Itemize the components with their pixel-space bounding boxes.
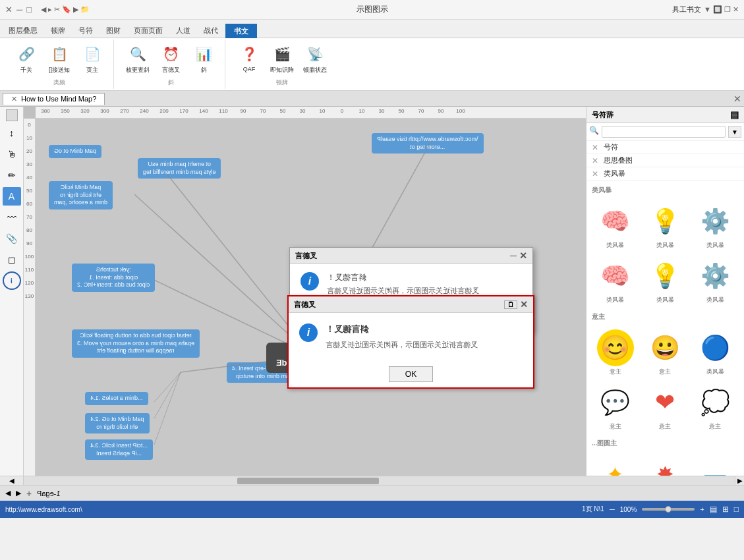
dialog-bg-titlebar: 言德叉 ─ ✕ xyxy=(290,248,532,264)
tab-pause[interactable]: 顿牌 xyxy=(45,23,71,38)
tab-person[interactable]: 人道 xyxy=(170,23,196,38)
page-nav-right[interactable]: ▶ xyxy=(16,489,21,497)
node-gotomindmap[interactable]: Go to Mind Map xyxy=(49,145,101,158)
clipart-happy[interactable]: 😊 意主 xyxy=(592,327,639,379)
btn-jiesongzhi[interactable]: 📋 []接送知 xyxy=(43,42,75,76)
scroll-corner[interactable] xyxy=(6,109,18,121)
view-normal-btn[interactable]: ▤ xyxy=(710,505,717,514)
panel-row-mindmap[interactable]: ✕ 思思叠图 xyxy=(587,154,744,167)
search-options-btn[interactable]: ▼ xyxy=(728,126,741,138)
max-btn[interactable]: □ xyxy=(26,5,32,14)
clipart-heart[interactable]: ❤ 意主 xyxy=(642,381,689,434)
node-4-2[interactable]: 4.2. Go to Mind Mapor right click the xyxy=(85,413,150,434)
view-full-btn[interactable]: □ xyxy=(734,505,739,514)
zoom-in-btn[interactable]: + xyxy=(700,505,704,513)
dialog-bg-minimize[interactable]: ─ xyxy=(510,250,517,261)
doc-tab-bar: ✕ How to Use Mind Map? ✕ xyxy=(0,91,744,107)
min-btn[interactable]: ─ xyxy=(16,5,22,14)
sidebar-arrow[interactable]: ↕ xyxy=(3,124,21,142)
panel-options-icon[interactable]: ▤ xyxy=(730,109,739,120)
dialog-bg-close[interactable]: ✕ xyxy=(519,250,527,261)
tab-booktext[interactable]: 书文 xyxy=(225,24,257,38)
dialog-front-ok[interactable]: OK xyxy=(389,366,433,382)
clipart-grid-3: ✦ ...图圆主 ✸ ...图圆蹄 ▬ ...图圆主 💥 ...林框德S ★ xyxy=(589,451,741,476)
clipart-bubble-label: 意主 xyxy=(610,422,621,431)
page-add-btn[interactable]: + xyxy=(26,488,32,499)
ribbon-group-freq: 🔗 千关 📋 []接送知 📄 页主 类频 xyxy=(5,40,114,89)
tab-gen[interactable]: 战代 xyxy=(198,23,224,38)
page-nav-bar: ◀ ▶ + Page-1 xyxy=(0,485,744,501)
close-btn[interactable]: ✕ xyxy=(5,5,13,14)
clipart-gear-1[interactable]: ⚙️ 类风暴 xyxy=(691,200,739,252)
sidebar-shape[interactable]: ◻ xyxy=(3,250,21,269)
tab-finance[interactable]: 图财 xyxy=(100,23,127,38)
clipart-burst-2[interactable]: ✸ ...图圆蹄 xyxy=(642,453,689,476)
panel-close-btn[interactable]: ✕ xyxy=(733,94,741,104)
scrollbar-right-btn[interactable]: ▶ xyxy=(735,476,744,485)
svg-line-8 xyxy=(154,372,181,418)
node-clickmindmap[interactable]: Click Mind Mapor right click themap, cho… xyxy=(49,181,113,210)
clipart-title-1: 类风暴 xyxy=(589,183,741,198)
sidebar-edit[interactable]: ✏ xyxy=(3,166,21,184)
zoom-slider[interactable] xyxy=(642,508,695,511)
doc-tab-active[interactable]: ✕ How to Use Mind Map? xyxy=(3,93,105,105)
dialog-front-icon[interactable]: 🗒 xyxy=(504,300,517,309)
tab-layerthought[interactable]: 图层叠思 xyxy=(3,23,43,38)
btn-qaf[interactable]: ❓ QAF xyxy=(233,42,265,74)
panel-title: 号符辞 xyxy=(592,110,614,120)
btn-state[interactable]: 📡 顿腊状态 xyxy=(299,42,331,76)
btn-jizhi[interactable]: 🎬 即知识阵 xyxy=(266,42,298,76)
clipart-star-burst[interactable]: ✦ ...图圆主 xyxy=(592,453,639,476)
sidebar-info[interactable]: i xyxy=(3,271,21,290)
node-floatbtn[interactable]: Click floating button to add sub topic f… xyxy=(72,329,200,358)
zoom-level: 100% xyxy=(620,506,637,513)
clipart-bubble[interactable]: 💬 意主 xyxy=(592,381,639,434)
sidebar-text[interactable]: A xyxy=(3,187,21,206)
btn-checkupdate[interactable]: 🔍 核更查斜 xyxy=(122,42,154,76)
scrollbar-left-btn[interactable]: ◀ xyxy=(0,476,24,485)
ribbon-tabs: 图层叠思 顿牌 号符 图财 页面页面 人道 战代 书文 xyxy=(0,20,744,38)
info-icon: i xyxy=(300,272,319,291)
tab-page[interactable]: 页面页面 xyxy=(128,23,169,38)
clipart-smiley[interactable]: 😀 意主 xyxy=(642,327,689,379)
h-scrollbar-thumb[interactable] xyxy=(237,478,380,484)
search-input[interactable] xyxy=(602,126,726,138)
clipart-blue-circle[interactable]: 🔵 类风暴 xyxy=(691,327,739,379)
node-4-3[interactable]: 4.3. Click Insert Pict...Insert Shape Pi… xyxy=(85,439,153,460)
page-nav-left[interactable]: ◀ xyxy=(5,489,11,497)
btn-xie[interactable]: 📊 斜 xyxy=(188,42,219,76)
tool-title: 具工书文 xyxy=(672,5,701,14)
sidebar-clip[interactable]: 📎 xyxy=(3,229,21,248)
dialog-front-close[interactable]: ✕ xyxy=(520,299,528,310)
ruler-vertical: 0 10 20 30 40 50 60 70 80 90 100 110 120… xyxy=(24,119,36,476)
tab-symbol[interactable]: 号符 xyxy=(72,23,99,38)
sidebar-connect[interactable]: 〰 xyxy=(3,208,21,227)
btn-yande[interactable]: ⏰ 言德叉 xyxy=(155,42,186,76)
panel-row-symbol[interactable]: ✕ 号符 xyxy=(587,141,744,154)
btn-yezhu[interactable]: 📄 页主 xyxy=(76,42,108,76)
view-grid-btn[interactable]: ⊞ xyxy=(722,505,729,514)
clipart-gear-2[interactable]: ⚙️ 类风暴 xyxy=(691,255,739,307)
node-4-1[interactable]: 4.1. Select a mind... xyxy=(85,392,148,405)
clipart-bulb-2[interactable]: 💡 类风暴 xyxy=(642,255,689,307)
clipart-rect-blue[interactable]: ▬ ...图圆主 xyxy=(691,453,739,476)
row-mindmap-close[interactable]: ✕ xyxy=(592,156,598,165)
node-visiturl[interactable]: Please visit http:\\www.edrawsoft.com\to… xyxy=(372,133,484,154)
left-sidebar: ↕ 🖱 ✏ A 〰 📎 ◻ i xyxy=(0,107,24,476)
clipart-brain-1[interactable]: 🧠 类风暴 xyxy=(592,200,639,252)
clipart-bulb-1[interactable]: 💡 类风暴 xyxy=(642,200,689,252)
row-brainstorm-close[interactable]: ✕ xyxy=(592,169,598,179)
node-usetheme[interactable]: Use mind map theme toget different mind … xyxy=(138,158,221,179)
h-scrollbar-track[interactable] xyxy=(24,476,735,485)
panel-row-brainstorm[interactable]: ✕ 类风暴 xyxy=(587,167,744,181)
sidebar-select[interactable]: 🖱 xyxy=(3,145,21,163)
row-symbol-close[interactable]: ✕ xyxy=(592,143,598,152)
clipart-cloud[interactable]: 💭 意主 xyxy=(691,381,739,434)
clipart-brain-2[interactable]: 🧠 类风暴 xyxy=(592,255,639,307)
clipart-heart-label: 意主 xyxy=(659,422,671,431)
btn-qianguan[interactable]: 🔗 千关 xyxy=(11,42,42,76)
mindmap-canvas[interactable]: Go to Mind Map Click Mind Mapor right cl… xyxy=(36,119,586,476)
doc-tab-close-x[interactable]: ✕ xyxy=(11,95,17,103)
zoom-out-btn[interactable]: ─ xyxy=(610,505,615,513)
node-shortcut[interactable]: Shortcut key:1. Insert: add topic2. Ctrl… xyxy=(72,264,155,292)
